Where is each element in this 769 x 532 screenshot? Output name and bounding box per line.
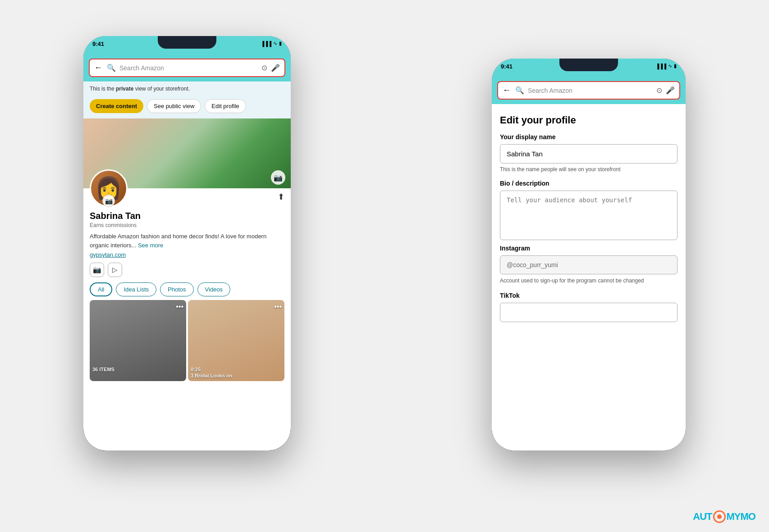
search-mag-icon-left: 🔍 — [107, 64, 116, 72]
private-word: private — [116, 86, 133, 92]
signal-icon-left: ▐▐▐ — [261, 41, 271, 46]
watermark: AUT MYMO — [693, 510, 755, 523]
edit-profile-content: Edit your profile Your display name This… — [492, 105, 686, 450]
profile-area: ⬆ 👩 📷 Sabrina Tan Earns commis — [83, 188, 291, 277]
profile-bio: Affordable Amazon fashion and home decor… — [90, 232, 284, 250]
social-icons: 📷 ▷ — [90, 263, 284, 277]
action-buttons: Create content See public view Edit prof… — [83, 95, 291, 118]
camera-scan-icon-right[interactable]: ⊙ — [656, 86, 662, 95]
tab-idea-lists[interactable]: Idea Lists — [116, 282, 156, 296]
avatar-camera-button[interactable]: 📷 — [102, 195, 115, 207]
phone-left-screen: 9:41 ▐▐▐ ∿ ▮ ← 🔍 Search Amazon ⊙ 🎤 — [83, 36, 291, 450]
back-arrow-right[interactable]: ← — [503, 86, 511, 95]
page-background: 9:41 ▐▐▐ ∿ ▮ ← 🔍 Search Amazon ⊙ 🎤 — [0, 0, 769, 532]
instagram-icon: 📷 — [93, 266, 101, 274]
website-link[interactable]: gypsytan.com — [90, 251, 284, 258]
wifi-icon-left: ∿ — [273, 41, 277, 46]
see-public-view-button[interactable]: See public view — [147, 99, 201, 113]
cover-camera-button[interactable]: 📷 — [271, 170, 285, 185]
phone-right-screen: 9:41 ▐▐▐ ∿ ▮ ← 🔍 Search Amazon ⊙ 🎤 — [492, 59, 686, 450]
watermark-logo-inner — [717, 514, 722, 519]
search-placeholder-right[interactable]: Search Amazon — [528, 87, 653, 94]
status-time-left: 9:41 — [92, 41, 104, 47]
display-name-hint: This is the name people will see on your… — [500, 166, 677, 173]
see-more-link[interactable]: See more — [138, 242, 163, 249]
status-icons-left: ▐▐▐ ∿ ▮ — [261, 41, 282, 46]
edit-profile-button[interactable]: Edit profile — [205, 99, 246, 113]
cover-camera-icon: 📷 — [274, 173, 283, 182]
bio-input[interactable] — [500, 191, 677, 240]
tab-all[interactable]: All — [90, 282, 112, 296]
create-content-button[interactable]: Create content — [90, 99, 143, 113]
grid-item-1[interactable]: ••• 36 ITEMS — [90, 300, 186, 381]
notch-right — [559, 59, 618, 71]
battery-icon-left: ▮ — [279, 41, 282, 46]
grid-item-2-menu[interactable]: ••• — [274, 303, 282, 311]
grid-item-1-count: 36 ITEMS — [92, 367, 114, 372]
grid-item-2-duration: 0:25 — [191, 367, 201, 372]
watermark-aut-text: AUT — [693, 511, 712, 523]
grid-item-2-label: 3 Bridal Looks on — [191, 373, 232, 378]
watermark-logo — [713, 510, 726, 523]
content-area-left: This is the private view of your storefr… — [83, 56, 291, 450]
battery-icon-right: ▮ — [674, 63, 677, 69]
tab-photos[interactable]: Photos — [160, 282, 193, 296]
filter-tabs: All Idea Lists Photos Videos — [83, 277, 291, 300]
profile-name: Sabrina Tan — [90, 211, 284, 221]
microphone-icon-left[interactable]: 🎤 — [271, 64, 280, 72]
youtube-icon-button[interactable]: ▷ — [108, 263, 122, 277]
profile-earns: Earns commissions — [90, 222, 284, 228]
private-banner: This is the private view of your storefr… — [83, 82, 291, 95]
instagram-icon-button[interactable]: 📷 — [90, 263, 104, 277]
phone-right: 9:41 ▐▐▐ ∿ ▮ ← 🔍 Search Amazon ⊙ 🎤 — [492, 59, 686, 450]
tab-videos[interactable]: Videos — [197, 282, 231, 296]
back-arrow-left[interactable]: ← — [94, 63, 102, 73]
content-grid: ••• 36 ITEMS ••• 0:25 3 Bridal Looks on — [83, 300, 291, 381]
bio-text: Affordable Amazon fashion and home decor… — [90, 233, 266, 249]
avatar-camera-icon: 📷 — [105, 197, 113, 205]
tiktok-label: TikTok — [500, 292, 677, 299]
grid-item-2[interactable]: ••• 0:25 3 Bridal Looks on — [188, 300, 284, 381]
instagram-input — [500, 255, 677, 274]
grid-item-1-menu[interactable]: ••• — [176, 303, 183, 311]
search-area-left: ← 🔍 Search Amazon ⊙ 🎤 — [83, 56, 291, 82]
search-placeholder-left[interactable]: Search Amazon — [119, 64, 258, 72]
tiktok-input[interactable] — [500, 303, 677, 322]
status-icons-right: ▐▐▐ ∿ ▮ — [656, 63, 677, 69]
youtube-icon: ▷ — [112, 266, 118, 274]
display-name-label: Your display name — [500, 133, 677, 141]
search-mag-icon-right: 🔍 — [515, 86, 524, 95]
signal-icon-right: ▐▐▐ — [656, 64, 666, 69]
search-area-right: ← 🔍 Search Amazon ⊙ 🎤 — [492, 78, 686, 104]
display-name-input[interactable] — [500, 144, 677, 164]
watermark-mymo-text: MYMO — [727, 511, 755, 523]
edit-profile-title: Edit your profile — [500, 114, 677, 126]
microphone-icon-right[interactable]: 🎤 — [666, 86, 675, 95]
profile-section: 👩 📷 Sabrina Tan Earns commissions Afford… — [83, 188, 291, 277]
avatar-wrap: 👩 📷 — [90, 169, 128, 207]
phone-left: 9:41 ▐▐▐ ∿ ▮ ← 🔍 Search Amazon ⊙ 🎤 — [83, 36, 291, 450]
status-time-right: 9:41 — [501, 63, 513, 70]
wifi-icon-right: ∿ — [668, 63, 672, 69]
search-bar-right[interactable]: ← 🔍 Search Amazon ⊙ 🎤 — [497, 81, 680, 100]
search-bar-left[interactable]: ← 🔍 Search Amazon ⊙ 🎤 — [89, 59, 285, 77]
instagram-hint: Account used to sign-up for the program … — [500, 277, 677, 285]
notch-left — [158, 36, 216, 49]
private-banner-text: This is the private view of your storefr… — [90, 86, 190, 92]
camera-scan-icon-left[interactable]: ⊙ — [261, 64, 267, 72]
bio-label: Bio / description — [500, 180, 677, 187]
instagram-label: Instagram — [500, 245, 677, 252]
